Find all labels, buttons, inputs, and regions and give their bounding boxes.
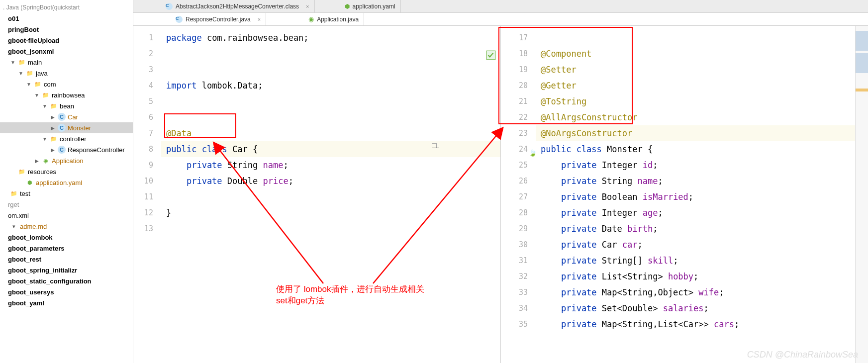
tree-item-resources[interactable]: 📁resources (0, 166, 133, 177)
tree-item-rget[interactable]: rget (0, 199, 133, 210)
folder-icon: 📁 (26, 69, 34, 77)
line-number: 4 (133, 78, 153, 93)
line-number: 17 (501, 30, 528, 46)
tree-item-gboot-static-configuration[interactable]: gboot_static_configuration (0, 275, 133, 286)
tree-item-label: gboot_rest (8, 256, 41, 263)
tree-item-pringboot[interactable]: pringBoot (0, 24, 133, 35)
tree-item-monster[interactable]: ▶CMonster (0, 122, 133, 133)
tree-item-application[interactable]: ▶◉Application (0, 155, 133, 166)
tree-item-label: Car (68, 113, 78, 121)
tree-item-rainbowsea[interactable]: ▼📁rainbowsea (0, 90, 133, 100)
tab-abstract-jackson[interactable]: C AbstractJackson2HttpMessageConverter.c… (161, 0, 315, 12)
tree-item-gboot-jsonxml[interactable]: gboot_jsonxml (0, 46, 133, 57)
close-icon[interactable]: × (306, 3, 309, 9)
tab-application-java[interactable]: ◉ Application.java (303, 13, 364, 25)
line-number: 35 (501, 316, 528, 332)
tree-item-label: test (20, 190, 30, 197)
implements-gutter-icon[interactable]: — (432, 143, 437, 148)
tab-label: ResponseController.java (186, 16, 251, 23)
folder-icon: 📁 (10, 189, 18, 197)
tree-item-com[interactable]: ▼📁com (0, 79, 133, 90)
tree-item-label: rainbowsea (52, 91, 85, 99)
tree-item-java[interactable]: ▼📁java (0, 68, 133, 79)
line-number: 33 (501, 284, 528, 300)
line-number: 30 (501, 237, 528, 253)
folder-icon: 📁 (18, 58, 26, 66)
line-number: 24🍃 (501, 141, 528, 157)
gutter-right: 1718192021222324🍃2526272829303132333435 (501, 26, 536, 363)
tree-item-test[interactable]: 📁test (0, 188, 133, 199)
tree-item-om-xml[interactable]: om.xml (0, 210, 133, 221)
tree-item-gboot-lombok[interactable]: gboot_lombok (0, 232, 133, 243)
line-number: 27 (501, 189, 528, 205)
tree-item-o01[interactable]: o01 (0, 13, 133, 24)
tree-item-gboot-yaml[interactable]: gboot_yaml (0, 297, 133, 308)
line-number: 9 (133, 157, 153, 173)
tree-item-label: pringBoot (8, 26, 39, 33)
line-number: 32 (501, 269, 528, 284)
tree-item-gboot-spring-initializr[interactable]: gboot_spring_initializr (0, 265, 133, 275)
editor-pane-left[interactable]: 12345678910111213 package com.rainbowsea… (133, 26, 501, 363)
tab-response-controller[interactable]: C ResponseController.java × (171, 13, 266, 25)
tree-item-label: gboot_static_configuration (8, 277, 92, 285)
tree-arrow-icon: ▼ (26, 82, 32, 87)
editor-pane-right[interactable]: 1718192021222324🍃2526272829303132333435 … (501, 26, 868, 363)
line-number: 6 (133, 109, 153, 125)
line-number: 3 (133, 62, 153, 78)
editor-tabs-row1: C AbstractJackson2HttpMessageConverter.c… (133, 0, 868, 13)
folder-icon: 📁 (42, 91, 50, 99)
line-number: 29 (501, 221, 528, 237)
tree-item-label: gboot-fileUpload (8, 37, 59, 44)
tree-arrow-icon: ▼ (42, 103, 48, 109)
tree-arrow-icon: ▼ (18, 71, 24, 76)
md-file-icon: ▾ (10, 222, 18, 230)
tree-item-gboot-fileupload[interactable]: gboot-fileUpload (0, 35, 133, 46)
spring-icon: ◉ (308, 15, 314, 23)
tree-item-label: adme.md (20, 223, 47, 230)
tree-arrow-icon: ▼ (34, 92, 40, 98)
annotation-text: 使用了 lombok插件，进行自动生成相关 set和get方法 (276, 283, 424, 306)
tree-item-label: application.yaml (36, 179, 82, 186)
tree-arrow-icon: ▶ (50, 125, 56, 131)
code-editor-left[interactable]: package com.rainbowsea.bean; import lomb… (161, 26, 500, 363)
line-number: 23 (501, 125, 528, 141)
tab-label: application.yaml (353, 3, 395, 10)
tree-item-application-yaml[interactable]: ⬢application.yaml (0, 177, 133, 188)
line-number: 19 (501, 62, 528, 78)
tree-item-label: ResponseController (68, 146, 125, 154)
editor-tabs-row2: C ResponseController.java × ◉ Applicatio… (133, 13, 868, 26)
tree-item-adme-md[interactable]: ▾adme.md (0, 221, 133, 232)
tree-item-gboot-usersys[interactable]: gboot_usersys (0, 286, 133, 297)
yaml-file-icon: ⬢ (345, 3, 350, 10)
tab-application-yaml[interactable]: ⬢ application.yaml (340, 0, 401, 12)
tree-item-gboot-rest[interactable]: gboot_rest (0, 254, 133, 265)
code-editor-right[interactable]: @Component @Setter @Getter @ToString @Al… (536, 26, 868, 363)
tree-item-main[interactable]: ▼📁main (0, 57, 133, 68)
close-icon[interactable]: × (258, 16, 261, 22)
java-class-icon: C (58, 146, 66, 154)
tree-item-label: Application (52, 157, 84, 165)
tree-item-responsecontroller[interactable]: ▶CResponseController (0, 144, 133, 155)
tree-item-label: resources (28, 168, 56, 176)
breadcrumb-path: . Java (SpringBoot(quickstart (0, 2, 133, 13)
tree-item-label: gboot_yaml (8, 299, 44, 307)
minimap-right[interactable] (855, 26, 868, 363)
line-number: 22 (501, 109, 528, 125)
tree-item-gboot-parameters[interactable]: gboot_parameters (0, 243, 133, 254)
folder-icon: 📁 (34, 80, 42, 88)
java-class-icon: C (58, 124, 66, 132)
line-number: 5 (133, 93, 153, 109)
line-number: 18 (501, 46, 528, 62)
tree-arrow-icon: ▶ (34, 158, 40, 164)
tree-item-bean[interactable]: ▼📁bean (0, 100, 133, 111)
tree-item-label: main (28, 59, 42, 66)
tree-item-car[interactable]: ▶CCar (0, 111, 133, 122)
tree-item-controller[interactable]: ▼📁controller (0, 133, 133, 144)
java-class-icon: C (166, 3, 173, 10)
inspection-ok-icon (485, 50, 496, 61)
yaml-file-icon: ⬢ (26, 179, 34, 186)
tree-item-label: gboot_spring_initializr (8, 267, 77, 274)
folder-icon: 📁 (50, 102, 58, 110)
project-tree-sidebar[interactable]: . Java (SpringBoot(quickstart o01pringBo… (0, 0, 133, 363)
line-number: 13 (133, 221, 153, 237)
